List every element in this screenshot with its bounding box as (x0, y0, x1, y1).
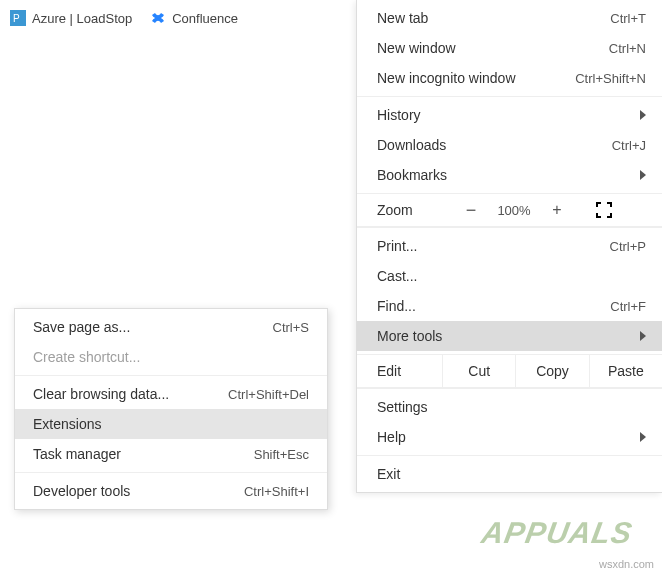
watermark: APPUALS (479, 516, 635, 550)
bookmark-azure-label: Azure | LoadStop (32, 11, 132, 26)
chrome-menu: New tab Ctrl+T New window Ctrl+N New inc… (356, 0, 662, 493)
azure-icon: P (10, 10, 26, 26)
menu-new-window[interactable]: New window Ctrl+N (357, 33, 662, 63)
menu-more-tools[interactable]: More tools (357, 321, 662, 351)
menu-exit[interactable]: Exit (357, 459, 662, 489)
menu-new-incognito[interactable]: New incognito window Ctrl+Shift+N (357, 63, 662, 93)
edit-label: Edit (357, 363, 442, 379)
chevron-right-icon (640, 331, 646, 341)
more-tools-submenu: Save page as... Ctrl+S Create shortcut..… (14, 308, 328, 510)
zoom-label: Zoom (357, 202, 452, 218)
bookmark-confluence-label: Confluence (172, 11, 238, 26)
submenu-save-page[interactable]: Save page as... Ctrl+S (15, 312, 327, 342)
menu-print[interactable]: Print... Ctrl+P (357, 231, 662, 261)
paste-button[interactable]: Paste (589, 355, 662, 387)
copy-button[interactable]: Copy (515, 355, 588, 387)
submenu-extensions[interactable]: Extensions (15, 409, 327, 439)
confluence-icon (150, 10, 166, 26)
menu-find[interactable]: Find... Ctrl+F (357, 291, 662, 321)
menu-cast[interactable]: Cast... (357, 261, 662, 291)
svg-text:P: P (13, 13, 20, 24)
menu-settings[interactable]: Settings (357, 392, 662, 422)
footer-text: wsxdn.com (599, 558, 654, 570)
zoom-value: 100% (490, 203, 538, 218)
zoom-in-button[interactable]: + (538, 201, 576, 219)
fullscreen-button[interactable] (576, 202, 631, 218)
separator (15, 472, 327, 473)
bookmark-azure[interactable]: P Azure | LoadStop (10, 10, 132, 26)
bookmark-confluence[interactable]: Confluence (150, 10, 238, 26)
chevron-right-icon (640, 110, 646, 120)
menu-history[interactable]: History (357, 100, 662, 130)
submenu-developer-tools[interactable]: Developer tools Ctrl+Shift+I (15, 476, 327, 506)
menu-downloads[interactable]: Downloads Ctrl+J (357, 130, 662, 160)
chevron-right-icon (640, 170, 646, 180)
chevron-right-icon (640, 432, 646, 442)
fullscreen-icon (596, 202, 612, 218)
separator (15, 375, 327, 376)
submenu-create-shortcut[interactable]: Create shortcut... (15, 342, 327, 372)
cut-button[interactable]: Cut (442, 355, 515, 387)
menu-edit-row: Edit Cut Copy Paste (357, 354, 662, 388)
menu-new-tab[interactable]: New tab Ctrl+T (357, 3, 662, 33)
menu-bookmarks[interactable]: Bookmarks (357, 160, 662, 190)
zoom-out-button[interactable]: − (452, 200, 490, 221)
menu-zoom-row: Zoom − 100% + (357, 193, 662, 227)
submenu-clear-browsing-data[interactable]: Clear browsing data... Ctrl+Shift+Del (15, 379, 327, 409)
submenu-task-manager[interactable]: Task manager Shift+Esc (15, 439, 327, 469)
menu-help[interactable]: Help (357, 422, 662, 452)
